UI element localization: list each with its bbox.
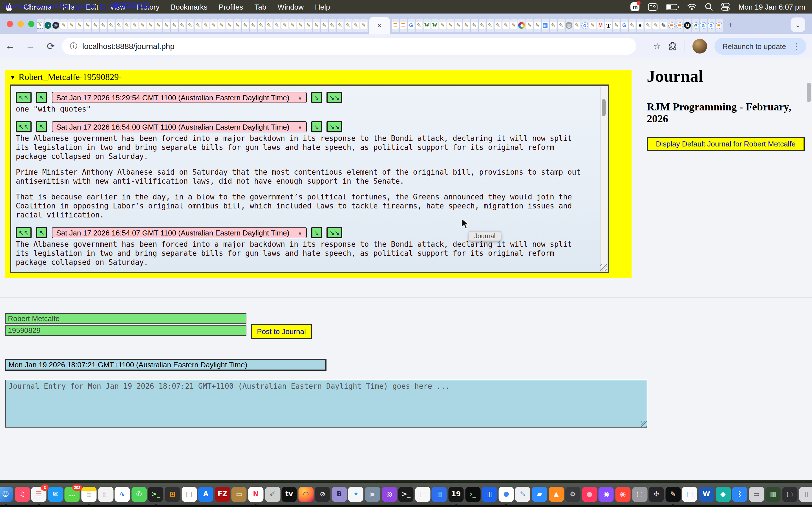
browser-tab[interactable] <box>84 18 91 32</box>
dock-icon[interactable]: ∿ <box>115 487 130 502</box>
move-down-button[interactable]: ↘ <box>311 92 322 103</box>
extensions-icon[interactable] <box>668 42 677 51</box>
menu-extra-app-icon[interactable]: m <box>631 2 640 11</box>
browser-tab[interactable] <box>534 18 541 32</box>
browser-tab[interactable] <box>431 18 439 32</box>
entry-date-select[interactable]: Sat Jan 17 2026 16:54:00 GMT 1100 (Austr… <box>52 121 306 132</box>
browser-tab[interactable] <box>644 18 652 32</box>
browser-tab[interactable] <box>92 18 99 32</box>
url-text[interactable]: localhost:8888/journal.php <box>82 42 174 51</box>
textarea-resize-handle[interactable] <box>641 421 647 427</box>
dock-icon[interactable]: ▤ <box>682 487 697 502</box>
browser-tab[interactable] <box>455 18 462 32</box>
browser-tab[interactable] <box>186 18 194 32</box>
dock-icon[interactable]: ▤ <box>182 487 197 502</box>
browser-tab[interactable] <box>163 18 170 32</box>
browser-tab[interactable] <box>273 18 281 32</box>
dock-icon[interactable]: ✎ <box>515 487 530 502</box>
browser-tab[interactable] <box>139 18 146 32</box>
menu-item-tab[interactable]: Tab <box>249 3 272 11</box>
dock-icon[interactable]: >_ <box>398 487 414 502</box>
minimize-window-button[interactable] <box>17 21 24 27</box>
move-up-button[interactable]: ↖ <box>36 121 47 132</box>
dock-icon[interactable]: ● <box>582 487 597 502</box>
bookmark-star-icon[interactable]: ☆ <box>654 41 661 51</box>
browser-tab[interactable] <box>52 18 59 32</box>
wifi-icon[interactable] <box>688 3 697 10</box>
new-tab-button[interactable]: + <box>727 20 733 31</box>
move-to-top-button[interactable]: ↖↖ <box>16 227 32 238</box>
dock-icon[interactable]: ▣ <box>365 487 380 502</box>
dock-icon[interactable]: FZ <box>215 487 230 502</box>
browser-tab[interactable] <box>557 18 565 32</box>
browser-tab[interactable] <box>407 18 415 32</box>
move-to-bottom-button[interactable]: ↘↘ <box>326 121 343 132</box>
dock-icon[interactable]: ✆ <box>132 487 147 502</box>
browser-tab[interactable] <box>68 18 75 32</box>
active-tab[interactable]: × <box>369 17 390 34</box>
browser-tab[interactable] <box>542 18 549 32</box>
move-to-bottom-button[interactable]: ↘↘ <box>326 92 343 103</box>
dock-icon[interactable]: >_ <box>148 487 163 502</box>
keyboard-switcher-icon[interactable] <box>648 3 658 10</box>
browser-tab[interactable] <box>344 18 352 32</box>
reload-button[interactable]: ⟳ <box>41 40 61 52</box>
browser-tab[interactable] <box>44 18 52 32</box>
dock-icon[interactable]: ▢ <box>632 487 647 502</box>
browser-tab[interactable] <box>36 18 44 32</box>
dock-icon[interactable]: N <box>248 487 263 502</box>
browser-tab[interactable] <box>320 18 328 32</box>
browser-tab[interactable] <box>423 18 430 32</box>
move-up-button[interactable]: ↖ <box>36 227 47 238</box>
dock-icon[interactable]: ▭ <box>232 487 247 502</box>
browser-tab[interactable] <box>652 18 659 32</box>
browser-tab[interactable] <box>613 18 620 32</box>
browser-tab[interactable] <box>115 18 123 32</box>
browser-tab[interactable] <box>289 18 296 32</box>
move-to-bottom-button[interactable]: ↘↘ <box>326 227 343 238</box>
dock-icon[interactable]: ▥ <box>765 487 781 502</box>
browser-tab[interactable] <box>360 18 367 32</box>
dock-icon[interactable]: ◠ <box>298 487 313 502</box>
browser-tab[interactable] <box>573 18 580 32</box>
dock-icon[interactable]: ✣ <box>649 487 664 502</box>
journal-summary[interactable]: ▼ Robert_Metcalfe-19590829- <box>10 72 122 82</box>
browser-tab[interactable] <box>155 18 162 32</box>
dock-icon[interactable]: ◎ <box>382 487 397 502</box>
move-down-button[interactable]: ↘ <box>311 227 322 238</box>
browser-tab[interactable] <box>550 18 557 32</box>
control-center-icon[interactable] <box>721 3 730 11</box>
journal-scroll-area[interactable]: ↖↖ ↖ Sat Jan 17 2026 15:29:54 GMT 1100 (… <box>10 84 609 273</box>
browser-tab[interactable] <box>328 18 336 32</box>
browser-tab[interactable] <box>470 18 478 32</box>
dock-icon[interactable]: ᛒ <box>732 487 748 502</box>
dock-icon[interactable]: ≣ <box>81 487 96 502</box>
browser-tab[interactable] <box>518 18 525 32</box>
dock-icon[interactable]: ◫ <box>482 487 497 502</box>
dock-icon[interactable]: ›_ <box>465 487 480 502</box>
browser-tab[interactable] <box>202 18 209 32</box>
datetime-display[interactable]: Mon Jan 19 2026 18:07:21 GMT+1100 (Austr… <box>5 359 326 371</box>
dock-icon[interactable]: tv <box>282 487 297 502</box>
browser-tab[interactable] <box>581 18 589 32</box>
dock-icon[interactable]: ▭ <box>749 487 764 502</box>
address-bar[interactable]: ⓘ localhost:8888/journal.php <box>62 38 636 55</box>
browser-tab[interactable] <box>392 18 399 32</box>
browser-tab[interactable] <box>676 18 683 32</box>
browser-tab[interactable] <box>257 18 265 32</box>
browser-tab[interactable] <box>700 18 707 32</box>
more-menu-icon[interactable]: ⋮ <box>791 42 803 51</box>
browser-tab[interactable] <box>100 18 107 32</box>
menu-item-profiles[interactable]: Profiles <box>213 3 249 11</box>
dock-icon[interactable]: W <box>699 487 714 502</box>
browser-tab[interactable] <box>265 18 273 32</box>
dock-icon[interactable]: B <box>332 487 347 502</box>
journal-entry-textarea[interactable]: Journal Entry for Mon Jan 19 2026 18:07:… <box>5 380 647 428</box>
dock-icon[interactable]: ▦ <box>432 487 447 502</box>
dock-icon[interactable]: ▯ <box>799 487 812 502</box>
browser-tab[interactable] <box>234 18 241 32</box>
dock-icon[interactable]: ✦ <box>348 487 363 502</box>
zoom-window-button[interactable] <box>28 21 35 27</box>
dock-icon[interactable]: ⊘ <box>315 487 330 502</box>
browser-tab[interactable] <box>210 18 217 32</box>
